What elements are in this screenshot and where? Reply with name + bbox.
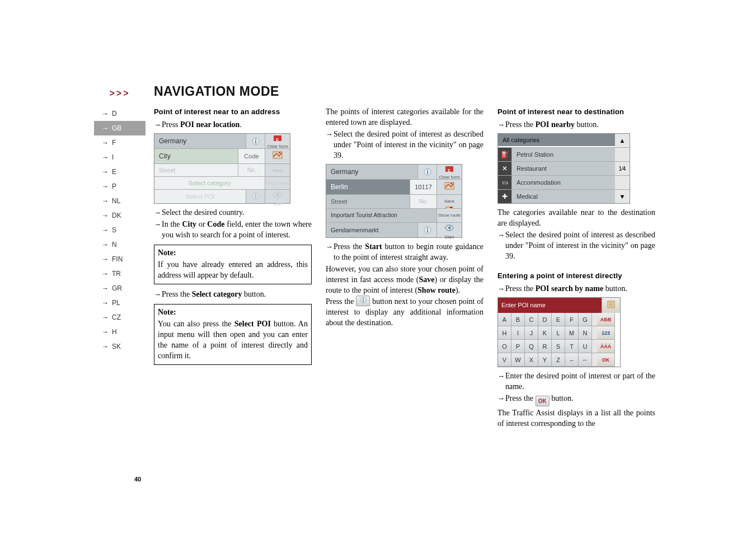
step-press-select-category: Press the Select category button. [154,289,312,299]
field-poi-value: Gendarmenmarkt [326,223,418,237]
key-←: ← [579,353,592,367]
scroll-spacer [615,148,630,161]
step-press-poi-nearby: Press the POI nearby button. [497,119,655,130]
column-2: The points of interest categories availa… [326,106,483,429]
field-no-disabled: No. [238,164,265,176]
svg-rect-15 [450,207,452,208]
sidebar-item-label: N [112,241,117,249]
sidebar-item-f: →F [94,135,145,150]
key-g: G [579,313,592,326]
closing-text: The Traffic Assist displays in a list al… [497,407,655,429]
sidebar-item-nl: →NL [94,194,145,208]
field-country: Germany [154,134,246,148]
ok-icon: OK [536,396,550,406]
sidebar-item-i: →I [94,150,145,165]
heading-poi-near-destination: Point of interest near to destination [497,106,655,117]
key-v: V [498,353,511,367]
step-select-desired-poi: Select the desired point of interest as … [326,129,483,161]
key-m: M [565,326,579,340]
arrow-icon: → [102,106,109,121]
clear-form-button: c Clear form [437,165,462,179]
arrow-icon: → [102,237,109,252]
field-street-disabled: Street [154,164,238,176]
key-b: B [511,313,525,326]
sidebar-item-label: F [112,139,116,147]
key-l: L [552,326,565,340]
sidebar-item-label: GR [112,284,122,292]
scroll-down-icon: ▼ [615,190,630,203]
arrow-icon: → [102,223,109,237]
key-r: R [538,340,552,353]
step-press-poi-near-location: Press POI near location. [154,119,312,130]
sidebar-item-e: →E [94,165,145,179]
category-row: ⛽Petrol Station [498,148,630,162]
key-i: I [511,326,525,340]
step-press-poi-search-by-name: Press the POI search by name button. [497,283,655,294]
svg-rect-18 [427,228,428,229]
key-aux-1: 123 [597,326,615,340]
save-button: Save [437,195,462,208]
heading-poi-near-address: Point of interest near to an address [154,106,312,117]
select-category-button-disabled: Select category [154,177,265,189]
fuel-icon: ⛽ [498,148,512,161]
text-categories-near-destination: The categories available near to the des… [497,207,655,228]
cross-icon: ✚ [498,190,512,203]
arrow-icon: → [102,165,109,179]
step-select-desired-poi-2: Select the desired point of interest as … [497,229,655,261]
category-label: Petrol Station [512,148,615,161]
heading-enter-poi-directly: Entering a point of interest directly [497,270,655,281]
keyboard-row: VWXYZ–←OK [498,353,620,367]
category-label: Accommodation [512,176,615,189]
field-code-value: 10117 [410,180,437,194]
header-arrows: >>> [94,88,145,100]
arrow-icon: → [102,325,109,339]
key-c: C [525,313,538,326]
bed-icon: ▭ [498,176,512,189]
key-aux-2: ÄÁÀ [597,340,615,353]
sidebar-item-label: NL [112,197,120,205]
field-city-value: Berlin [326,180,410,194]
arrow-icon: → [102,208,109,223]
key-o: O [498,340,511,353]
keyboard-row: ABCDEFGАБВ [498,313,620,326]
fork-icon: ✕ [498,162,512,175]
info-icon-disabled [246,190,265,203]
step-press-start: Press the Start button to begin route gu… [326,241,483,263]
intro-categories-available: The points of interest categories availa… [326,106,483,128]
sidebar-item-cz: →CZ [94,310,145,325]
key-w: W [511,353,525,367]
field-city: City [154,149,238,163]
sidebar-item-sk: →SK [94,339,145,354]
start-button-disabled: Start [265,190,290,203]
sidebar-item-label: CZ [112,313,121,321]
language-sidebar: →D→GB→F→I→E→P→NL→DK→S→N→FIN→TR→GR→PL→CZ→… [94,106,145,354]
para-store-or-show-route: However, you can also store your chosen … [326,264,483,296]
svg-rect-22 [363,298,364,299]
svg-rect-1 [255,140,256,143]
key-e: E [552,313,565,326]
sidebar-item-d: →D [94,106,145,121]
field-category-value: Important Tourist Attraction [326,209,437,222]
screenshot-address-form-empty: Germany c Clear form City Code [154,133,290,204]
svg-rect-13 [450,183,452,184]
sidebar-item-label: H [112,328,117,336]
svg-rect-4 [279,152,280,153]
key-x: X [525,353,538,367]
key-t: T [565,340,579,353]
page-indicator: 1⁄4 [615,162,630,175]
info-icon [356,296,370,306]
sidebar-item-pl: →PL [94,296,145,310]
svg-rect-10 [427,171,428,174]
page-title: NAVIGATION MODE [154,84,279,99]
note-address-default: Note: If you have already entered an add… [154,245,312,284]
sidebar-item-tr: →TR [94,266,145,281]
sidebar-item-label: P [112,182,116,190]
key-z: Z [552,353,565,367]
step-press-ok-button: Press the OK button. [497,393,655,406]
arrow-icon: → [102,179,109,194]
list-icon [602,298,620,313]
info-icon [246,134,265,148]
key-d: D [538,313,552,326]
clear-form-button: c Clear form [265,134,290,148]
sidebar-item-label: DK [112,212,121,219]
